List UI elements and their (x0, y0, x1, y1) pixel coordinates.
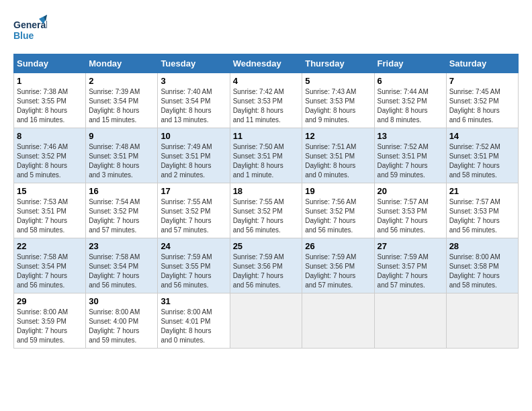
calendar-cell (302, 293, 374, 349)
day-number: 17 (161, 186, 226, 196)
day-info: Sunrise: 7:58 AM Sunset: 3:54 PM Dayligh… (89, 253, 154, 290)
calendar-week-2: 8Sunrise: 7:46 AM Sunset: 3:52 PM Daylig… (14, 128, 519, 183)
day-info: Sunrise: 8:00 AM Sunset: 4:00 PM Dayligh… (89, 308, 154, 345)
calendar-cell: 9Sunrise: 7:48 AM Sunset: 3:51 PM Daylig… (86, 128, 158, 183)
day-number: 4 (233, 76, 300, 86)
day-number: 13 (378, 131, 443, 141)
calendar-week-4: 22Sunrise: 7:58 AM Sunset: 3:54 PM Dayli… (14, 238, 519, 293)
calendar-table: SundayMondayTuesdayWednesdayThursdayFrid… (13, 54, 519, 349)
day-number: 3 (161, 76, 226, 86)
calendar-cell: 18Sunrise: 7:55 AM Sunset: 3:52 PM Dayli… (230, 183, 302, 238)
calendar-cell: 11Sunrise: 7:50 AM Sunset: 3:51 PM Dayli… (230, 128, 302, 183)
day-info: Sunrise: 7:50 AM Sunset: 3:51 PM Dayligh… (233, 142, 300, 180)
calendar-cell: 3Sunrise: 7:40 AM Sunset: 3:54 PM Daylig… (158, 73, 230, 128)
calendar-cell: 15Sunrise: 7:53 AM Sunset: 3:51 PM Dayli… (14, 183, 86, 238)
calendar-cell: 20Sunrise: 7:57 AM Sunset: 3:53 PM Dayli… (374, 183, 446, 238)
day-number: 31 (161, 296, 226, 306)
day-number: 12 (305, 131, 371, 141)
calendar-cell: 26Sunrise: 7:59 AM Sunset: 3:56 PM Dayli… (302, 238, 374, 293)
day-number: 30 (89, 296, 154, 306)
day-number: 16 (89, 186, 154, 196)
day-info: Sunrise: 8:00 AM Sunset: 3:59 PM Dayligh… (17, 308, 83, 345)
day-number: 18 (233, 186, 300, 196)
day-info: Sunrise: 7:59 AM Sunset: 3:57 PM Dayligh… (378, 253, 443, 290)
day-info: Sunrise: 7:48 AM Sunset: 3:51 PM Dayligh… (89, 142, 154, 180)
day-number: 21 (449, 186, 515, 196)
day-info: Sunrise: 7:38 AM Sunset: 3:55 PM Dayligh… (17, 87, 83, 125)
calendar-cell (230, 293, 302, 349)
day-info: Sunrise: 7:59 AM Sunset: 3:56 PM Dayligh… (233, 253, 300, 290)
day-number: 14 (449, 131, 515, 141)
day-info: Sunrise: 7:59 AM Sunset: 3:55 PM Dayligh… (161, 253, 226, 290)
day-info: Sunrise: 7:53 AM Sunset: 3:51 PM Dayligh… (17, 197, 83, 235)
calendar-cell: 29Sunrise: 8:00 AM Sunset: 3:59 PM Dayli… (14, 293, 86, 349)
day-info: Sunrise: 7:57 AM Sunset: 3:53 PM Dayligh… (378, 197, 443, 235)
calendar-cell: 7Sunrise: 7:45 AM Sunset: 3:52 PM Daylig… (446, 73, 518, 128)
header-cell-sunday: Sunday (14, 54, 86, 73)
calendar-cell: 10Sunrise: 7:49 AM Sunset: 3:51 PM Dayli… (158, 128, 230, 183)
calendar-cell: 19Sunrise: 7:56 AM Sunset: 3:52 PM Dayli… (302, 183, 374, 238)
header-cell-thursday: Thursday (302, 54, 374, 73)
day-info: Sunrise: 7:52 AM Sunset: 3:51 PM Dayligh… (378, 142, 443, 180)
header-cell-wednesday: Wednesday (230, 54, 302, 73)
day-number: 23 (89, 241, 154, 251)
day-number: 6 (378, 76, 443, 86)
day-info: Sunrise: 7:49 AM Sunset: 3:51 PM Dayligh… (161, 142, 226, 180)
day-info: Sunrise: 7:57 AM Sunset: 3:53 PM Dayligh… (449, 197, 515, 235)
day-number: 2 (89, 76, 154, 86)
calendar-cell: 13Sunrise: 7:52 AM Sunset: 3:51 PM Dayli… (374, 128, 446, 183)
calendar-cell: 23Sunrise: 7:58 AM Sunset: 3:54 PM Dayli… (86, 238, 158, 293)
day-number: 27 (378, 241, 443, 251)
day-info: Sunrise: 7:52 AM Sunset: 3:51 PM Dayligh… (449, 142, 515, 180)
calendar-cell: 1Sunrise: 7:38 AM Sunset: 3:55 PM Daylig… (14, 73, 86, 128)
calendar-cell: 16Sunrise: 7:54 AM Sunset: 3:52 PM Dayli… (86, 183, 158, 238)
day-info: Sunrise: 7:58 AM Sunset: 3:54 PM Dayligh… (17, 253, 83, 290)
header: General Blue (13, 13, 519, 47)
calendar-week-5: 29Sunrise: 8:00 AM Sunset: 3:59 PM Dayli… (14, 293, 519, 349)
logo-icon: General Blue (13, 13, 47, 47)
calendar-cell: 24Sunrise: 7:59 AM Sunset: 3:55 PM Dayli… (158, 238, 230, 293)
day-info: Sunrise: 7:39 AM Sunset: 3:54 PM Dayligh… (89, 87, 154, 125)
day-number: 11 (233, 131, 300, 141)
header-cell-saturday: Saturday (446, 54, 518, 73)
calendar-week-3: 15Sunrise: 7:53 AM Sunset: 3:51 PM Dayli… (14, 183, 519, 238)
day-info: Sunrise: 7:43 AM Sunset: 3:53 PM Dayligh… (305, 87, 371, 125)
day-number: 22 (17, 241, 83, 251)
day-number: 7 (449, 76, 515, 86)
day-info: Sunrise: 8:00 AM Sunset: 3:58 PM Dayligh… (449, 253, 515, 290)
calendar-cell: 22Sunrise: 7:58 AM Sunset: 3:54 PM Dayli… (14, 238, 86, 293)
calendar-cell (374, 293, 446, 349)
calendar-cell: 2Sunrise: 7:39 AM Sunset: 3:54 PM Daylig… (86, 73, 158, 128)
day-info: Sunrise: 7:55 AM Sunset: 3:52 PM Dayligh… (233, 197, 300, 235)
calendar-cell: 12Sunrise: 7:51 AM Sunset: 3:51 PM Dayli… (302, 128, 374, 183)
calendar-week-1: 1Sunrise: 7:38 AM Sunset: 3:55 PM Daylig… (14, 73, 519, 128)
day-number: 29 (17, 296, 83, 306)
calendar-cell: 5Sunrise: 7:43 AM Sunset: 3:53 PM Daylig… (302, 73, 374, 128)
calendar-cell: 27Sunrise: 7:59 AM Sunset: 3:57 PM Dayli… (374, 238, 446, 293)
day-number: 25 (233, 241, 300, 251)
calendar-header: SundayMondayTuesdayWednesdayThursdayFrid… (14, 54, 519, 73)
day-number: 24 (161, 241, 226, 251)
day-number: 26 (305, 241, 371, 251)
calendar-cell: 31Sunrise: 8:00 AM Sunset: 4:01 PM Dayli… (158, 293, 230, 349)
day-info: Sunrise: 7:59 AM Sunset: 3:56 PM Dayligh… (305, 253, 371, 290)
day-number: 10 (161, 131, 226, 141)
header-row: SundayMondayTuesdayWednesdayThursdayFrid… (14, 54, 519, 73)
day-number: 28 (449, 241, 515, 251)
day-number: 1 (17, 76, 83, 86)
day-number: 15 (17, 186, 83, 196)
calendar-cell: 21Sunrise: 7:57 AM Sunset: 3:53 PM Dayli… (446, 183, 518, 238)
day-number: 19 (305, 186, 371, 196)
logo: General Blue (13, 13, 47, 47)
header-cell-friday: Friday (374, 54, 446, 73)
header-cell-monday: Monday (86, 54, 158, 73)
day-info: Sunrise: 7:44 AM Sunset: 3:52 PM Dayligh… (378, 87, 443, 125)
day-number: 8 (17, 131, 83, 141)
calendar-cell: 14Sunrise: 7:52 AM Sunset: 3:51 PM Dayli… (446, 128, 518, 183)
calendar-cell: 30Sunrise: 8:00 AM Sunset: 4:00 PM Dayli… (86, 293, 158, 349)
day-info: Sunrise: 7:54 AM Sunset: 3:52 PM Dayligh… (89, 197, 154, 235)
calendar-cell: 6Sunrise: 7:44 AM Sunset: 3:52 PM Daylig… (374, 73, 446, 128)
day-info: Sunrise: 7:51 AM Sunset: 3:51 PM Dayligh… (305, 142, 371, 180)
calendar-cell: 8Sunrise: 7:46 AM Sunset: 3:52 PM Daylig… (14, 128, 86, 183)
calendar-cell: 17Sunrise: 7:55 AM Sunset: 3:52 PM Dayli… (158, 183, 230, 238)
